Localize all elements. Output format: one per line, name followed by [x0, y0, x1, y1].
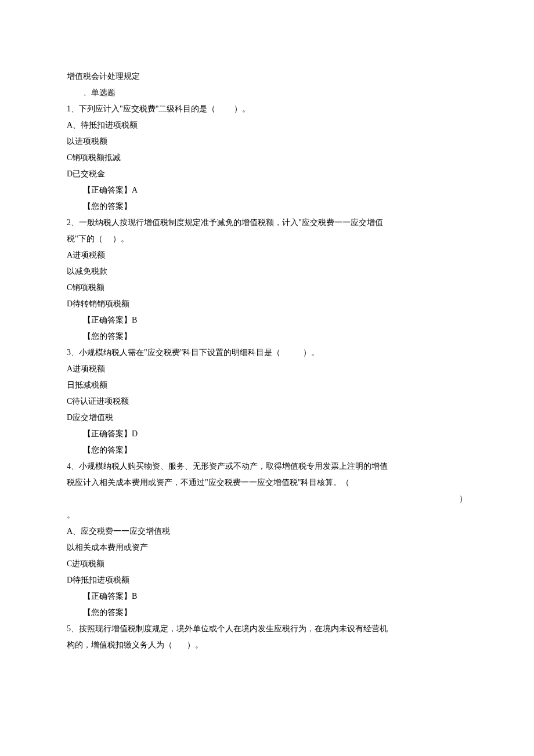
doc-title: 增值税会计处理规定 [67, 68, 467, 85]
q4-option-a: A、应交税费一一应交增值税 [67, 523, 467, 540]
q4-stem2-part1: 税应计入相关成本费用或资产，不通过"应交税费一一应交增值税"科目核算。（ [67, 478, 349, 487]
q1-stem: 1、下列应计入"应交税费"二级科目的是（ ）。 [67, 101, 467, 117]
q2-stem-line2: 税"下的（ ）。 [67, 231, 467, 247]
q1-stem-part2: ）。 [234, 104, 250, 113]
q5-stem-part1: 、按照现行增值税制度规定，境外单位或个人在境内发生应税行为，在境内未设有经营机 [71, 624, 388, 633]
q5-stem-line2: 构的，增值税扣缴义务人为（ ）。 [67, 637, 467, 653]
q3-option-a: A进项税额 [67, 361, 467, 377]
q1-correct-answer: 【正确答案】A [67, 182, 467, 198]
q5-stem2-part1: 构的，增值税扣缴义务人为（ [67, 641, 172, 649]
q1-number: 1 [67, 104, 71, 113]
q3-option-d: D应交增值税 [67, 410, 467, 426]
q2-stem-line1: 2、一般纳税人按现行增值税制度规定准予减免的增值税额，计入"应交税费一一应交增值 [67, 215, 467, 231]
section-heading: 、单选题 [67, 85, 467, 101]
q1-option-d: D已交税金 [67, 166, 467, 182]
q4-trailing-paren: ） [459, 491, 467, 507]
q2-option-c: C销项税额 [67, 280, 467, 296]
q4-option-c: C进项税额 [67, 556, 467, 572]
q4-stem-line3: 。 [67, 507, 467, 523]
q3-stem-part1: 、小规模纳税人需在"应交税费"科目下设置的明细科目是（ [71, 348, 280, 357]
q3-stem-part2: ）。 [303, 348, 319, 357]
q3-option-b: 日抵减税额 [67, 377, 467, 393]
q5-stem-line1: 5、按照现行增值税制度规定，境外单位或个人在境内发生应税行为，在境内未设有经营机 [67, 621, 467, 637]
q4-stem-line1: 4、小规模纳税人购买物资、服务、无形资产或不动产，取得增值税专用发票上注明的增值 [67, 458, 467, 475]
q3-your-answer: 【您的答案】 [67, 442, 467, 458]
q3-correct-answer: 【正确答案】D [67, 426, 467, 442]
q5-number: 5 [67, 624, 71, 633]
q3-stem: 3、小规模纳税人需在"应交税费"科目下设置的明细科目是（ ）。 [67, 345, 467, 361]
q2-option-a: A进项税额 [67, 247, 467, 263]
q1-stem-part1: 、下列应计入"应交税费"二级科目的是（ [71, 104, 215, 113]
q1-option-c: C销项税额抵减 [67, 150, 467, 166]
q2-your-answer: 【您的答案】 [67, 328, 467, 345]
q2-correct-answer: 【正确答案】B [67, 312, 467, 328]
q4-correct-answer: 【正确答案】B [67, 588, 467, 605]
q2-option-b: 以减免税款 [67, 263, 467, 280]
q4-option-b: 以相关成本费用或资产 [67, 540, 467, 556]
q4-your-answer: 【您的答案】 [67, 605, 467, 621]
q1-option-a: A、待抵扣进项税额 [67, 117, 467, 133]
q3-option-c: C待认证进项税额 [67, 393, 467, 410]
q4-stem-part1: 、小规模纳税人购买物资、服务、无形资产或不动产，取得增值税专用发票上注明的增值 [71, 462, 388, 471]
q2-stem-part1: 、一般纳税人按现行增值税制度规定准予减免的增值税额，计入"应交税费一一应交增值 [71, 218, 383, 227]
q2-stem2-part2: ）。 [113, 234, 129, 243]
q5-stem2-part2: ）。 [187, 641, 203, 649]
q2-number: 2 [67, 218, 71, 227]
q4-option-d: D待抵扣进项税额 [67, 572, 467, 588]
q1-option-b: 以进项税额 [67, 133, 467, 150]
q4-stem-line2: 税应计入相关成本费用或资产，不通过"应交税费一一应交增值税"科目核算。（ [67, 475, 467, 491]
q1-your-answer: 【您的答案】 [67, 198, 467, 215]
q2-option-d: D待转销销项税额 [67, 296, 467, 312]
q2-stem2-part1: 税"下的（ [67, 234, 103, 243]
q3-number: 3 [67, 348, 71, 357]
q4-number: 4 [67, 462, 71, 471]
